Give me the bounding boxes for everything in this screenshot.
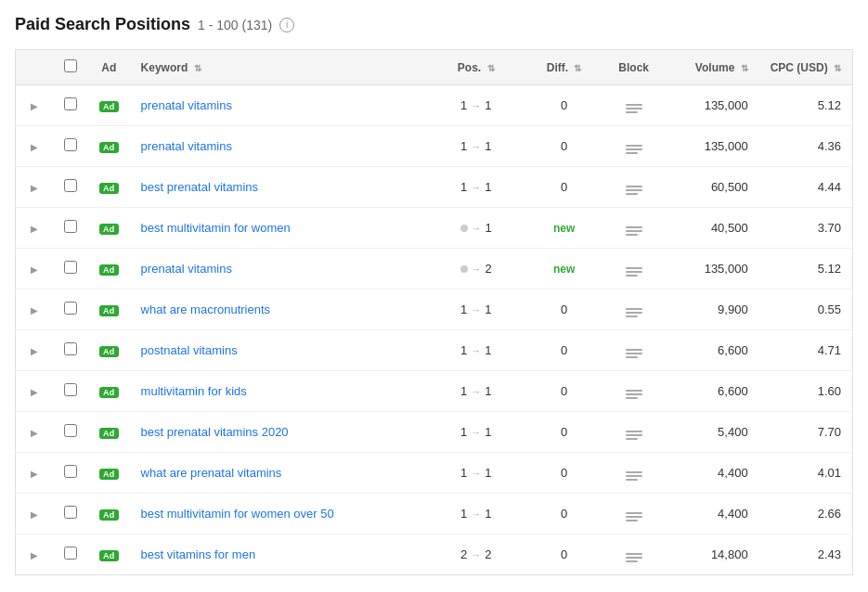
cpc-cell: 2.66: [759, 494, 853, 534]
th-pos[interactable]: Pos. ⇅: [425, 50, 527, 85]
pos-arrow-icon: →: [471, 427, 481, 438]
block-icon[interactable]: [626, 183, 642, 198]
block-lines-icon: [626, 387, 642, 402]
pos-cell: → 1: [425, 208, 527, 249]
diff-value: 0: [561, 547, 567, 561]
row-checkbox[interactable]: [64, 179, 77, 192]
block-line-2: [626, 271, 642, 273]
pos-to-value: 2: [486, 262, 492, 276]
block-icon[interactable]: [626, 264, 642, 279]
th-keyword[interactable]: Keyword ⇅: [130, 50, 425, 85]
keyword-link[interactable]: multivitamin for kids: [141, 384, 247, 398]
block-icon[interactable]: [626, 387, 642, 402]
keyword-link[interactable]: best multivitamin for women: [141, 221, 291, 235]
block-line-1: [626, 267, 642, 269]
pos-cell: 1 → 1: [425, 412, 527, 453]
row-checkbox[interactable]: [64, 342, 77, 355]
check-cell: [53, 208, 88, 249]
expand-button[interactable]: ▶: [27, 222, 42, 236]
pos-from-value: 2: [460, 547, 467, 561]
block-icon[interactable]: [626, 305, 642, 320]
block-line-3: [626, 152, 639, 154]
table-row: ▶ Ad best prenatal vitamins 1 → 1 0 60,5…: [16, 167, 853, 208]
row-checkbox[interactable]: [64, 261, 77, 274]
block-line-3: [626, 520, 639, 521]
expand-button[interactable]: ▶: [27, 181, 42, 195]
block-line-1: [626, 431, 642, 432]
pos-arrow-icon: →: [472, 223, 482, 234]
expand-button[interactable]: ▶: [27, 263, 42, 277]
keyword-link[interactable]: what are macronutrients: [141, 302, 270, 316]
block-icon[interactable]: [626, 142, 642, 157]
row-checkbox[interactable]: [64, 424, 77, 437]
block-icon[interactable]: [626, 469, 642, 483]
row-checkbox[interactable]: [64, 547, 77, 560]
expand-button[interactable]: ▶: [27, 385, 42, 399]
volume-cell: 14,800: [667, 534, 759, 575]
block-lines-icon: [626, 101, 642, 116]
expand-cell: ▶: [16, 494, 54, 534]
block-cell: [602, 412, 667, 453]
th-diff[interactable]: Diff. ⇅: [527, 50, 602, 85]
block-icon[interactable]: [626, 509, 642, 524]
expand-button[interactable]: ▶: [27, 508, 42, 521]
row-checkbox[interactable]: [64, 465, 77, 478]
ad-badge: Ad: [99, 142, 119, 153]
check-cell: [53, 453, 88, 494]
expand-button[interactable]: ▶: [27, 467, 42, 481]
info-icon[interactable]: i: [279, 18, 294, 32]
diff-cell: 0: [527, 330, 602, 371]
volume-cell: 6,600: [667, 371, 759, 412]
pos-from-value: 1: [460, 384, 467, 398]
table-body: ▶ Ad prenatal vitamins 1 → 1 0 135,0005.…: [16, 85, 853, 575]
block-line-2: [626, 557, 642, 559]
block-line-1: [626, 471, 642, 473]
keyword-link[interactable]: prenatal vitamins: [141, 262, 232, 276]
ad-cell: Ad: [88, 249, 130, 290]
row-checkbox[interactable]: [64, 97, 77, 110]
keyword-link[interactable]: prenatal vitamins: [141, 139, 232, 153]
th-cpc[interactable]: CPC (USD) ⇅: [759, 50, 853, 85]
expand-button[interactable]: ▶: [27, 303, 42, 317]
keyword-link[interactable]: best multivitamin for women over 50: [141, 507, 334, 521]
block-lines-icon: [626, 264, 642, 279]
keyword-link[interactable]: best prenatal vitamins 2020: [141, 425, 289, 439]
diff-value: 0: [561, 384, 567, 398]
expand-button[interactable]: ▶: [27, 548, 42, 562]
diff-cell: 0: [527, 126, 602, 167]
expand-button[interactable]: ▶: [27, 140, 42, 154]
row-checkbox[interactable]: [64, 383, 77, 396]
keyword-link[interactable]: postnatal vitamins: [141, 343, 238, 357]
block-cell: [602, 249, 667, 290]
block-cell: [602, 126, 667, 167]
block-line-1: [626, 512, 642, 514]
block-icon[interactable]: [626, 550, 642, 565]
expand-button[interactable]: ▶: [27, 344, 42, 358]
block-icon[interactable]: [626, 224, 642, 238]
expand-cell: ▶: [16, 534, 54, 575]
th-check: [53, 50, 88, 85]
row-checkbox[interactable]: [64, 138, 77, 151]
keyword-cell: best multivitamin for women over 50: [130, 494, 425, 534]
select-all-checkbox[interactable]: [64, 59, 77, 72]
block-icon[interactable]: [626, 346, 642, 361]
keyword-link[interactable]: best prenatal vitamins: [141, 180, 258, 194]
keyword-link[interactable]: prenatal vitamins: [141, 98, 232, 112]
th-volume[interactable]: Volume ⇅: [667, 50, 759, 85]
row-checkbox[interactable]: [64, 506, 77, 519]
check-cell: [53, 330, 88, 371]
volume-cell: 9,900: [667, 290, 759, 330]
block-lines-icon: [626, 428, 642, 443]
keyword-link[interactable]: what are prenatal vitamins: [141, 466, 282, 480]
row-checkbox[interactable]: [64, 220, 77, 233]
expand-button[interactable]: ▶: [27, 426, 42, 440]
block-cell: [602, 290, 667, 330]
keyword-link[interactable]: best vitamins for men: [141, 547, 256, 561]
block-lines-icon: [626, 183, 642, 198]
row-checkbox[interactable]: [64, 302, 77, 315]
block-icon[interactable]: [626, 101, 642, 116]
block-icon[interactable]: [626, 428, 642, 443]
block-lines-icon: [626, 509, 642, 524]
expand-button[interactable]: ▶: [27, 99, 42, 113]
block-line-3: [626, 356, 639, 358]
